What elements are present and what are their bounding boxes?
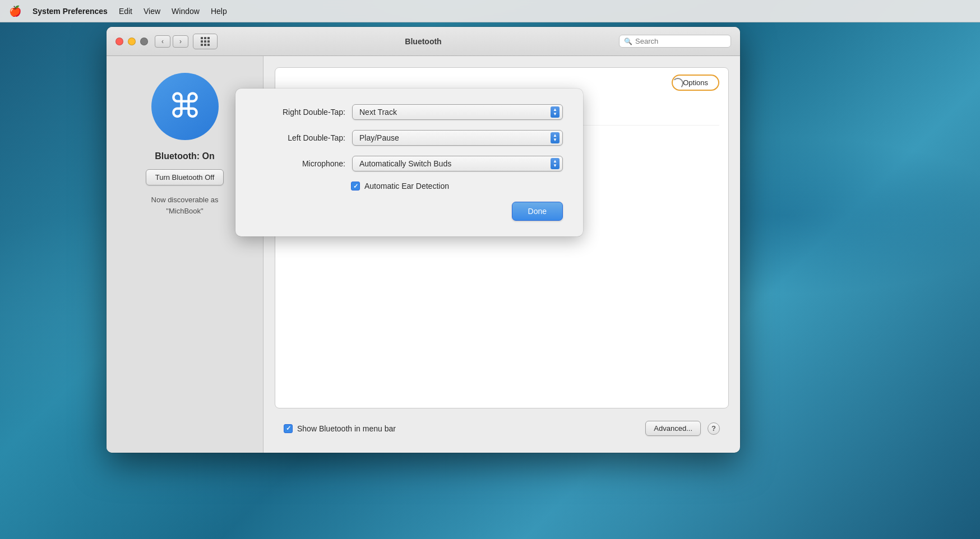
turn-bluetooth-off-button[interactable]: Turn Bluetooth Off <box>146 169 224 185</box>
forward-button[interactable]: › <box>173 35 188 48</box>
menubar-edit[interactable]: Edit <box>119 7 132 16</box>
menubar-view[interactable]: View <box>144 7 160 16</box>
menubar-window[interactable]: Window <box>172 7 200 16</box>
right-double-tap-label: Right Double-Tap: <box>256 108 345 117</box>
discoverable-text: Now discoverable as "MichBook" <box>151 194 219 216</box>
options-area: Options <box>663 68 728 91</box>
apple-menu[interactable]: 🍎 <box>9 5 21 17</box>
ear-detection-checkbox[interactable] <box>351 182 360 190</box>
grid-icon <box>201 37 210 46</box>
nav-buttons: ‹ › <box>155 35 188 48</box>
left-double-tap-select-wrapper: Play/Pause Next Track Previous Track Sir… <box>352 130 563 146</box>
options-popover: Right Double-Tap: Next Track Previous Tr… <box>235 89 583 236</box>
search-box[interactable]: 🔍 <box>619 35 731 48</box>
help-button[interactable]: ? <box>708 422 720 435</box>
left-double-tap-select[interactable]: Play/Pause Next Track Previous Track Sir… <box>352 130 563 146</box>
menubar: 🍎 System Preferences Edit View Window He… <box>0 0 980 22</box>
bluetooth-icon-circle: ⌘ <box>151 73 219 140</box>
ear-detection-label: Automatic Ear Detection <box>364 182 449 190</box>
bluetooth-symbol: ⌘ <box>168 90 202 123</box>
left-double-tap-row: Left Double-Tap: Play/Pause Next Track P… <box>256 130 563 146</box>
traffic-lights <box>115 38 148 45</box>
right-double-tap-select[interactable]: Next Track Previous Track Play/Pause Sir… <box>352 104 563 120</box>
microphone-select[interactable]: Automatically Switch Buds Always Left Bu… <box>352 156 563 171</box>
main-window: ‹ › Bluetooth 🔍 ⌘ Bluetooth: On <box>107 27 740 453</box>
show-bluetooth-label[interactable]: Show Bluetooth in menu bar <box>284 424 396 433</box>
ear-detection-row: Automatic Ear Detection <box>256 182 563 190</box>
menubar-help[interactable]: Help <box>211 7 227 16</box>
microphone-row: Microphone: Automatically Switch Buds Al… <box>256 156 563 171</box>
close-button[interactable] <box>115 38 123 45</box>
bottom-bar: Show Bluetooth in menu bar Advanced... ? <box>275 415 729 442</box>
minimize-button[interactable] <box>128 38 136 45</box>
left-double-tap-label: Left Double-Tap: <box>256 133 345 142</box>
microphone-label: Microphone: <box>256 159 345 168</box>
window-title: Bluetooth <box>405 37 441 46</box>
grid-view-button[interactable] <box>193 34 218 49</box>
microphone-select-wrapper: Automatically Switch Buds Always Left Bu… <box>352 156 563 171</box>
search-input[interactable] <box>635 37 726 45</box>
show-bluetooth-checkbox[interactable] <box>284 424 293 433</box>
menubar-app-name[interactable]: System Preferences <box>33 7 108 16</box>
search-icon: 🔍 <box>624 38 632 45</box>
right-double-tap-row: Right Double-Tap: Next Track Previous Tr… <box>256 104 563 120</box>
back-button[interactable]: ‹ <box>155 35 170 48</box>
done-button[interactable]: Done <box>512 202 563 221</box>
maximize-button[interactable] <box>140 38 148 45</box>
right-double-tap-select-wrapper: Next Track Previous Track Play/Pause Sir… <box>352 104 563 120</box>
titlebar: ‹ › Bluetooth 🔍 <box>107 27 740 56</box>
bluetooth-status: Bluetooth: On <box>155 151 215 161</box>
options-button[interactable]: Options <box>672 75 719 91</box>
done-row: Done <box>256 202 563 221</box>
advanced-button[interactable]: Advanced... <box>645 421 701 436</box>
